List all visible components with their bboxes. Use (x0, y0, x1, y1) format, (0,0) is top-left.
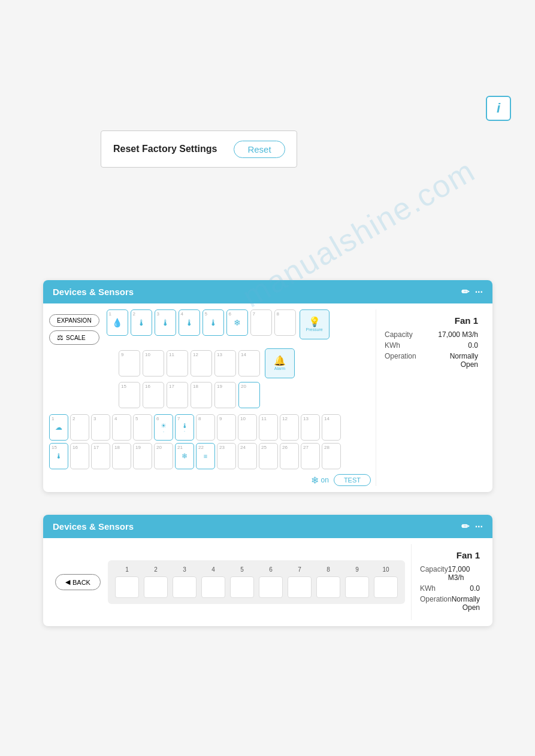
alarm-sensor-cell[interactable]: 🔔 Alarm (265, 348, 295, 378)
grid-cell-5[interactable] (230, 576, 254, 598)
sensor-cell-18[interactable]: 18 (191, 382, 212, 408)
row4-cell-6[interactable]: 6 ☀ - (154, 414, 173, 441)
grid-cell-10[interactable] (374, 576, 398, 598)
grid-cell-2[interactable] (144, 576, 168, 598)
grid-header-10: 10 (374, 566, 398, 573)
panel1-title: Devices & Sensors (53, 287, 134, 297)
panel2-header-actions: ✏ ··· (461, 521, 483, 532)
grid-cell-7[interactable] (288, 576, 312, 598)
panel1-edit-icon[interactable]: ✏ (461, 286, 469, 297)
grid-header-1: 1 (115, 566, 139, 573)
row4-cell-10[interactable]: 10 (238, 414, 257, 441)
row5-cell-20[interactable]: 20 (154, 443, 173, 469)
sensor-cell-16[interactable]: 16 (143, 382, 164, 408)
pressure-label: Pressure (306, 327, 323, 332)
kwh-label: KWh (385, 341, 400, 350)
expansion-number-grid: 1 2 3 4 5 6 7 8 9 10 (108, 560, 405, 604)
scale-button[interactable]: ⚖ SCALE (49, 330, 99, 345)
sensor-cell-9[interactable]: 9 (119, 350, 140, 377)
row4-cell-3[interactable]: 3 (91, 414, 110, 441)
row4-cell-8[interactable]: 8 (196, 414, 215, 441)
grid-header-3: 3 (173, 566, 197, 573)
reset-label: Reset Factory Settings (113, 144, 217, 154)
panel2-header: Devices & Sensors ✏ ··· (43, 515, 492, 538)
row4-cell-4[interactable]: 4 (112, 414, 131, 441)
row5-cell-22[interactable]: 22 ≡ (196, 443, 215, 469)
grid-cell-1[interactable] (115, 576, 139, 598)
sensor-cell-6[interactable]: 6 ❄ (226, 309, 248, 336)
row4-cell-7[interactable]: 7 🌡 - (175, 414, 194, 441)
panel1-header-actions: ✏ ··· (461, 286, 483, 297)
row4-cell-11[interactable]: 11 (259, 414, 278, 441)
info-icon: i (497, 101, 500, 116)
grid-header-4: 4 (201, 566, 225, 573)
sensor-cell-7[interactable]: 7 (250, 309, 272, 336)
panel2-more-icon[interactable]: ··· (475, 521, 483, 532)
sensor-cell-11[interactable]: 11 (167, 350, 188, 377)
grid-cell-4[interactable] (201, 576, 225, 598)
sensor-cell-5[interactable]: 5 🌡 (202, 309, 224, 336)
sensor-cell-10[interactable]: 10 (143, 350, 164, 377)
operation-label: Operation (385, 352, 416, 360)
grid-cell-3[interactable] (173, 576, 197, 598)
sensor-cell-12[interactable]: 12 (191, 350, 212, 377)
panel2-kwh-label: KWh (420, 584, 436, 593)
panel2-kwh-value: 0.0 (470, 584, 480, 593)
row5-cell-28[interactable]: 28 (322, 443, 341, 469)
test-button[interactable]: TEST (334, 474, 371, 486)
row5-cell-15[interactable]: 15 🌡 (49, 443, 68, 469)
grid-cell-8[interactable] (316, 576, 340, 598)
fan-title: Fan 1 (385, 315, 478, 326)
panel2-operation-label: Operation (420, 595, 452, 603)
row5-cell-16[interactable]: 16 (70, 443, 89, 469)
grid-header-2: 2 (144, 566, 168, 573)
row4-cell-9[interactable]: 9 (217, 414, 236, 441)
sensor-cell-14[interactable]: 14 (238, 350, 260, 377)
sensor-cell-1[interactable]: 1 💧 (107, 309, 128, 336)
devices-sensors-panel-2: Devices & Sensors ✏ ··· ◀ BACK 1 2 3 4 (43, 515, 492, 626)
sensor-cell-3[interactable]: 3 🌡 (155, 309, 176, 336)
row5-cell-27[interactable]: 27 (301, 443, 320, 469)
row5-cell-19[interactable]: 19 (133, 443, 152, 469)
row5-cell-26[interactable]: 26 (280, 443, 299, 469)
row4-cell-13[interactable]: 13 (301, 414, 320, 441)
sensor-cell-13[interactable]: 13 (214, 350, 236, 377)
sensor-cell-2[interactable]: 2 🌡 (131, 309, 152, 336)
capacity-value: 17,000 M3/h (438, 330, 478, 339)
grid-header-6: 6 (259, 566, 283, 573)
sensor-cell-8[interactable]: 8 (274, 309, 296, 336)
row4-cell-12[interactable]: 12 (280, 414, 299, 441)
back-button[interactable]: ◀ BACK (55, 574, 101, 590)
fan-status-label: on (321, 476, 329, 484)
sensor-cell-15[interactable]: 15 (119, 382, 140, 408)
pressure-sensor-cell[interactable]: 💡 Pressure (300, 309, 330, 339)
operation-value: Normally Open (430, 352, 478, 369)
row4-cell-5[interactable]: 5 (133, 414, 152, 441)
scale-label: SCALE (66, 335, 86, 341)
row4-cell-2[interactable]: 2 (70, 414, 89, 441)
row5-cell-23[interactable]: 23 (217, 443, 236, 469)
row5-cell-17[interactable]: 17 (91, 443, 110, 469)
grid-cell-9[interactable] (345, 576, 369, 598)
grid-header-5: 5 (230, 566, 254, 573)
reset-factory-settings-row: Reset Factory Settings Reset (101, 130, 297, 168)
row5-cell-24[interactable]: 24 (238, 443, 257, 469)
panel1-more-icon[interactable]: ··· (475, 287, 483, 297)
row4-cell-1[interactable]: 1 ☁ (49, 414, 68, 441)
row5-cell-21[interactable]: 21 ❄ (175, 443, 194, 469)
sensor-cell-4[interactable]: 4 🌡 (179, 309, 200, 336)
sensor-cell-17[interactable]: 17 (167, 382, 188, 408)
panel2-edit-icon[interactable]: ✏ (461, 521, 469, 532)
row5-cell-25[interactable]: 25 (259, 443, 278, 469)
grid-header-7: 7 (288, 566, 312, 573)
info-button[interactable]: i (486, 96, 511, 121)
row4-cell-14[interactable]: 14 (322, 414, 341, 441)
reset-button[interactable]: Reset (234, 141, 285, 158)
panel2-fan-info: Fan 1 Capacity 17,000 M3/h KWh 0.0 Opera… (411, 544, 488, 620)
row5-cell-18[interactable]: 18 (112, 443, 131, 469)
sensor-cell-19[interactable]: 19 (214, 382, 236, 408)
grid-cell-6[interactable] (259, 576, 283, 598)
grid-header-9: 9 (345, 566, 369, 573)
sensor-cell-20[interactable]: 20 (238, 382, 260, 408)
expansion-button[interactable]: EXPANSION (49, 314, 99, 327)
